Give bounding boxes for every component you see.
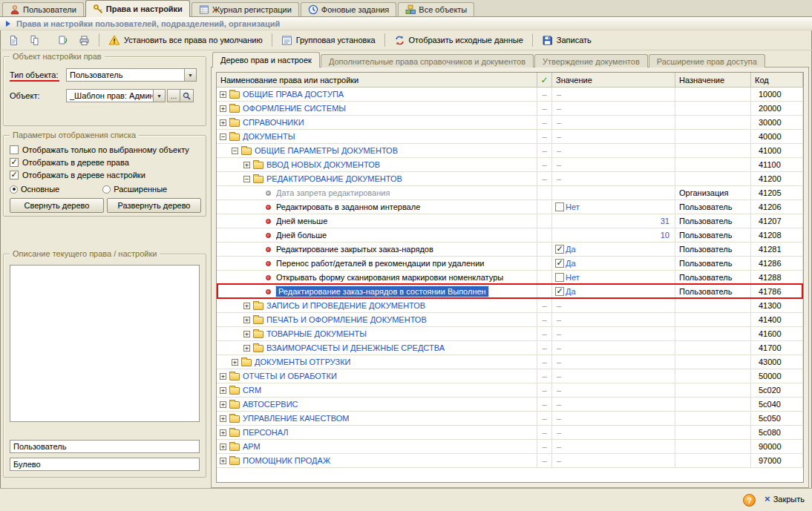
rights-tab-tree[interactable]: Дерево прав и настроек <box>212 52 320 67</box>
tree-row[interactable]: Редактировать в заданном интервалеНетПол… <box>217 200 803 214</box>
tree-row[interactable]: +УПРАВЛЕНИЕ КАЧЕСТВОМ––5c050 <box>217 412 803 426</box>
tree-row[interactable]: +ВЗАИМОРАСЧЕТЫ И ДЕНЕЖНЫЕ СРЕДСТВА––4170… <box>217 341 803 355</box>
object-choose-button[interactable]: ... <box>167 89 180 102</box>
expand-icon[interactable]: + <box>220 444 226 450</box>
group-install-button[interactable]: Групповая установка <box>277 32 380 48</box>
collapse-icon[interactable]: − <box>220 133 226 140</box>
description-textarea[interactable] <box>10 265 200 422</box>
set-all-defaults-button[interactable]: Установить все права по умолчанию <box>104 32 267 48</box>
tab-registration-log[interactable]: Журнал регистрации <box>191 2 299 16</box>
tree-row[interactable]: +ПОМОЩНИК ПРОДАЖ––97000 <box>217 454 803 468</box>
expand-icon[interactable]: + <box>220 105 226 112</box>
expand-icon[interactable]: + <box>220 91 226 98</box>
value-checkbox-icon[interactable] <box>555 245 564 254</box>
tree-row[interactable]: Дней больше10Пользователь41208 <box>217 228 803 243</box>
value-checkbox-icon[interactable] <box>555 273 564 282</box>
display-option-row[interactable]: Отображать в дереве настройки <box>4 168 206 181</box>
code-cell: 41281 <box>751 243 803 256</box>
expand-icon[interactable]: + <box>243 162 250 168</box>
tree-row-label: ТОВАРНЫЕ ДОКУМЕНТЫ <box>266 329 367 338</box>
expand-icon[interactable]: + <box>220 401 226 408</box>
object-type-combobox[interactable]: Пользователь <box>66 68 185 82</box>
radio-basic[interactable]: Основные <box>10 185 59 194</box>
tree-row[interactable]: +CRM––5c020 <box>217 383 803 398</box>
tree-row[interactable]: +ОФОРМЛЕНИЕ СИСТЕМЫ––20000 <box>217 102 803 116</box>
new-document-button[interactable] <box>4 32 24 48</box>
help-button[interactable]: ? <box>743 494 756 507</box>
collapse-icon[interactable]: − <box>232 148 238 154</box>
reread-button[interactable] <box>53 32 73 48</box>
tree-row[interactable]: Дата запрета редактированияОрганизация41… <box>217 186 803 200</box>
checkbox-icon[interactable] <box>10 171 19 179</box>
rights-tab-approval[interactable]: Утверждение документов <box>534 54 648 67</box>
tree-row-label: ПЕЧАТЬ И ОФОРМЛЕНИЕ ДОКУМЕНТОВ <box>266 315 427 324</box>
tab-background-jobs[interactable]: Фоновые задания <box>301 2 396 16</box>
expand-icon[interactable]: + <box>232 359 238 366</box>
copy-document-button[interactable] <box>25 32 45 48</box>
print-button[interactable] <box>74 32 94 48</box>
tree-row[interactable]: +ЗАПИСЬ И ПРОВЕДЕНИЕ ДОКУМЕНТОВ––41300 <box>217 299 803 313</box>
tree-row[interactable]: +АРМ––90000 <box>217 440 803 454</box>
expand-icon[interactable]: + <box>220 458 226 464</box>
collapse-tree-button[interactable]: Свернуть дерево <box>10 198 104 213</box>
column-header-name[interactable]: Наименование права или настройки <box>217 73 537 87</box>
tree-row[interactable]: −РЕДАКТИРОВАНИЕ ДОКУМЕНТОВ––41200 <box>217 172 803 186</box>
rights-tab-additional[interactable]: Дополнительные права справочников и доку… <box>321 54 534 67</box>
rights-tab-extension[interactable]: Расширение прав доступа <box>649 54 765 67</box>
tab-users[interactable]: Пользователи <box>2 2 84 16</box>
assignment-cell: Пользователь <box>675 285 751 298</box>
column-header-value[interactable]: Значение <box>552 73 675 87</box>
expand-icon[interactable]: + <box>220 415 226 422</box>
expand-icon[interactable]: + <box>220 373 226 380</box>
checkbox-icon[interactable] <box>10 158 19 167</box>
display-option-row[interactable]: Отображать только по выбранному объекту <box>4 143 206 156</box>
expand-tree-button[interactable]: Развернуть дерево <box>107 198 201 213</box>
expand-icon[interactable]: + <box>220 119 226 126</box>
tree-row[interactable]: +АВТОСЕРВИС––5c040 <box>217 398 803 412</box>
column-header-code[interactable]: Код <box>751 73 803 87</box>
column-header-assignment[interactable]: Назначение <box>675 73 751 87</box>
tree-row[interactable]: +ДОКУМЕНТЫ ОТГРУЗКИ––43000 <box>217 355 803 369</box>
tab-all-objects[interactable]: Все объекты <box>398 2 474 16</box>
tree-row[interactable]: −ДОКУМЕНТЫ––40000 <box>217 130 803 144</box>
tree-row[interactable]: Редактирование закрытых заказ-нарядовДаП… <box>217 243 803 257</box>
tree-row[interactable]: +ТОВАРНЫЕ ДОКУМЕНТЫ––41600 <box>217 327 803 341</box>
tree-row[interactable]: +ОБЩИЕ ПРАВА ДОСТУПА––10000 <box>217 88 803 102</box>
expand-icon[interactable]: + <box>243 331 250 337</box>
value-checkbox-icon[interactable] <box>555 287 564 296</box>
value-checkbox-icon[interactable] <box>555 259 564 268</box>
value-checkbox-icon[interactable] <box>555 202 564 211</box>
tree-row-label: ПОМОЩНИК ПРОДАЖ <box>243 456 330 465</box>
tree-row[interactable]: Редактирование заказ-нарядов в состоянии… <box>217 285 803 299</box>
tree-row[interactable]: +СПРАВОЧНИКИ––30000 <box>217 116 803 130</box>
object-type-dropdown-icon[interactable]: ▼ <box>185 68 197 82</box>
expand-icon[interactable]: + <box>220 387 226 394</box>
checkbox-icon[interactable] <box>10 145 19 154</box>
tree-row[interactable]: Перенос работ/деталей в рекомендации при… <box>217 257 803 271</box>
value-cell: – <box>552 454 675 467</box>
object-dropdown-icon[interactable]: ▼ <box>154 89 166 102</box>
tree-row[interactable]: −ОБЩИЕ ПАРАМЕТРЫ ДОКУМЕНТОВ––41000 <box>217 144 803 158</box>
tree-row[interactable]: +ВВОД НОВЫХ ДОКУМЕНТОВ––41100 <box>217 158 803 172</box>
value-cell: – <box>552 172 675 185</box>
show-source-data-button[interactable]: Отобразить исходные данные <box>390 32 528 48</box>
tree-row[interactable]: Открывать форму сканирования маркировки … <box>217 271 803 285</box>
object-field[interactable]: _Шаблон прав: Администрат <box>66 89 154 102</box>
tree-row[interactable]: Дней меньше31Пользователь41207 <box>217 214 803 228</box>
save-button[interactable]: Записать <box>537 32 596 48</box>
expand-icon[interactable]: + <box>243 303 250 309</box>
object-search-button[interactable] <box>180 89 194 102</box>
expand-icon[interactable]: + <box>243 317 250 323</box>
column-header-check[interactable]: ✓ <box>537 73 552 87</box>
tree-row[interactable]: +ПЕРСОНАЛ––5c080 <box>217 426 803 440</box>
expand-icon[interactable]: + <box>220 429 226 436</box>
display-option-row[interactable]: Отображать в дереве права <box>4 156 206 168</box>
tree-row[interactable]: +ПЕЧАТЬ И ОФОРМЛЕНИЕ ДОКУМЕНТОВ––41400 <box>217 313 803 327</box>
radio-extended[interactable]: Расширенные <box>102 185 167 194</box>
close-button[interactable]: × Закрыть <box>764 494 805 504</box>
tab-rights-settings[interactable]: Права и настройки <box>85 0 190 17</box>
collapse-icon[interactable]: − <box>243 176 250 182</box>
tree-row[interactable]: +ОТЧЕТЫ И ОБРАБОТКИ––50000 <box>217 369 803 383</box>
tree-row-label: CRM <box>243 386 261 395</box>
expand-icon[interactable]: + <box>243 345 250 352</box>
